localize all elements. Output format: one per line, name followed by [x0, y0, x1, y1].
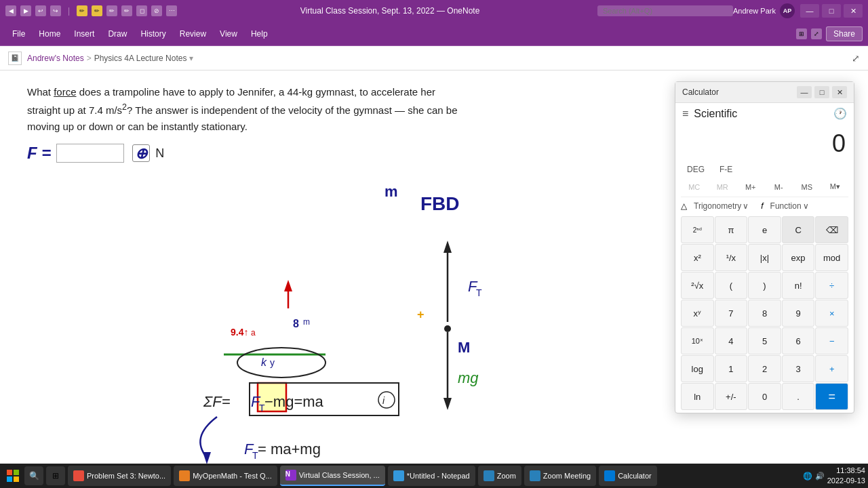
backspace-button[interactable]: ⌫	[815, 216, 848, 243]
eraser-icon[interactable]: ⊘	[151, 5, 162, 16]
calculator-menu-icon[interactable]: ≡	[682, 108, 688, 120]
second-button[interactable]: 2ⁿᵈ	[681, 216, 714, 243]
fe-mode-button[interactable]: F-E	[713, 162, 738, 177]
e-button[interactable]: e	[748, 216, 781, 243]
minimize-button[interactable]: —	[800, 4, 819, 18]
reciprocal-button[interactable]: ¹/x	[715, 244, 748, 271]
equals-button[interactable]: =	[815, 383, 848, 410]
eight-button[interactable]: 8	[748, 300, 781, 327]
network-icon[interactable]: 🌐	[803, 472, 812, 481]
abs-button[interactable]: |x|	[748, 244, 781, 271]
close-button[interactable]: ✕	[844, 4, 863, 18]
three-button[interactable]: 3	[782, 355, 815, 382]
expand-note-icon[interactable]: ⤢	[852, 53, 860, 64]
power-button[interactable]: xʸ	[681, 300, 714, 327]
subtract-button[interactable]: −	[815, 327, 848, 354]
breadcrumb: 📓 Andrew's Notes > Physics 4A Lecture No…	[0, 46, 868, 70]
taskbar-app-zoom-meeting[interactable]: Zoom Meeting	[524, 466, 596, 486]
menu-home[interactable]: Home	[32, 26, 67, 41]
forward-icon[interactable]: ▶	[20, 5, 31, 16]
clear-button[interactable]: C	[782, 216, 815, 243]
maximize-button[interactable]: □	[822, 4, 841, 18]
menu-help[interactable]: Help	[244, 26, 275, 41]
formula-input-box[interactable]	[56, 144, 124, 163]
taskbar-app-notepad[interactable]: *Untitled - Notepad	[388, 466, 475, 486]
search-input[interactable]	[597, 5, 733, 16]
pen4-icon[interactable]: ✏	[121, 5, 132, 16]
taskbar-app-onenote[interactable]: N Virtual Class Session, ...	[280, 466, 385, 486]
sqrt-button[interactable]: ²√x	[681, 272, 714, 299]
formula-unit: N	[155, 144, 164, 163]
function-dropdown[interactable]: Function ∨	[766, 200, 813, 212]
ln-button[interactable]: ln	[681, 383, 714, 410]
mr-button[interactable]: MR	[709, 180, 736, 194]
mminus-button[interactable]: M-	[766, 180, 793, 194]
notebook-thumb: 📓	[8, 52, 22, 65]
start-button[interactable]	[3, 466, 23, 486]
breadcrumb-root[interactable]: Andrew's Notes	[27, 54, 84, 63]
divide-button[interactable]: ÷	[815, 272, 848, 299]
back-icon[interactable]: ◀	[5, 5, 16, 16]
mstore-button[interactable]: M▾	[822, 180, 849, 194]
trigonometry-dropdown[interactable]: Trigonometry ∨	[690, 200, 753, 212]
taskbar-app-problem-set[interactable]: Problem Set 3: Newto...	[68, 466, 171, 486]
share-button[interactable]: Share	[826, 26, 863, 41]
seven-button[interactable]: 7	[715, 300, 748, 327]
dropdown-chevron-icon[interactable]: ▾	[189, 54, 193, 63]
menu-file[interactable]: File	[5, 26, 32, 41]
notebook-icon[interactable]: ⊞	[796, 28, 807, 39]
close-paren-button[interactable]: )	[748, 272, 781, 299]
shapes-icon[interactable]: ◻	[136, 5, 147, 16]
expand-icon[interactable]: ⤢	[811, 28, 822, 39]
pi-button[interactable]: π	[715, 216, 748, 243]
open-paren-button[interactable]: (	[715, 272, 748, 299]
search-taskbar-icon[interactable]: 🔍	[24, 466, 43, 485]
taskbar-app-zoom[interactable]: Zoom	[478, 466, 521, 486]
pen2-icon[interactable]: ✏	[92, 5, 102, 16]
nine-button[interactable]: 9	[782, 300, 815, 327]
mc-button[interactable]: MC	[681, 180, 708, 194]
zero-button[interactable]: 0	[748, 383, 781, 410]
plusminus-button[interactable]: +/-	[715, 383, 748, 410]
volume-icon[interactable]: 🔊	[815, 472, 825, 481]
five-button[interactable]: 5	[748, 327, 781, 354]
mod-button[interactable]: mod	[815, 244, 848, 271]
ms-button[interactable]: MS	[793, 180, 821, 194]
undo-icon[interactable]: ↩	[35, 5, 46, 16]
deg-mode-button[interactable]: DEG	[681, 162, 711, 177]
square-button[interactable]: x²	[681, 244, 714, 271]
taskview-icon[interactable]: ⊞	[46, 466, 65, 485]
four-button[interactable]: 4	[715, 327, 748, 354]
menu-history[interactable]: History	[134, 26, 172, 41]
two-button[interactable]: 2	[748, 355, 781, 382]
tenx-button[interactable]: 10ˣ	[681, 327, 714, 354]
calculator-close-button[interactable]: ✕	[832, 86, 847, 98]
more-icon[interactable]: ⋯	[166, 5, 177, 16]
factorial-button[interactable]: n!	[782, 272, 815, 299]
trigonometry-label: Trigonometry	[694, 201, 741, 211]
taskbar-app-myopenmath[interactable]: MyOpenMath - Test Q...	[174, 466, 277, 486]
decimal-button[interactable]: .	[782, 383, 815, 410]
calculator-maximize-button[interactable]: □	[814, 86, 829, 98]
calculator-memory-row: MC MR M+ M- MS M▾	[675, 178, 854, 195]
pen3-icon[interactable]: ✏	[106, 5, 117, 16]
taskbar-app-calculator[interactable]: Calculator	[599, 466, 657, 486]
one-button[interactable]: 1	[715, 355, 748, 382]
svg-text:mg: mg	[458, 369, 479, 386]
log-button[interactable]: log	[681, 355, 714, 382]
exp-button[interactable]: exp	[782, 244, 815, 271]
multiply-button[interactable]: ×	[815, 300, 848, 327]
calculator-minimize-button[interactable]: —	[797, 86, 812, 98]
menu-review[interactable]: Review	[173, 26, 213, 41]
redo-icon[interactable]: ↪	[50, 5, 61, 16]
pen1-icon[interactable]: ✏	[77, 5, 87, 16]
add-button[interactable]: +	[815, 355, 848, 382]
formula-insert-icon[interactable]: ⊕	[132, 144, 150, 162]
mplus-button[interactable]: M+	[737, 180, 764, 194]
calculator-history-icon[interactable]: 🕐	[833, 107, 847, 120]
menu-draw[interactable]: Draw	[101, 26, 134, 41]
menu-insert[interactable]: Insert	[67, 26, 101, 41]
taskbar-datetime[interactable]: 11:38:54 2022-09-13	[827, 466, 865, 487]
menu-view[interactable]: View	[213, 26, 244, 41]
six-button[interactable]: 6	[782, 327, 815, 354]
